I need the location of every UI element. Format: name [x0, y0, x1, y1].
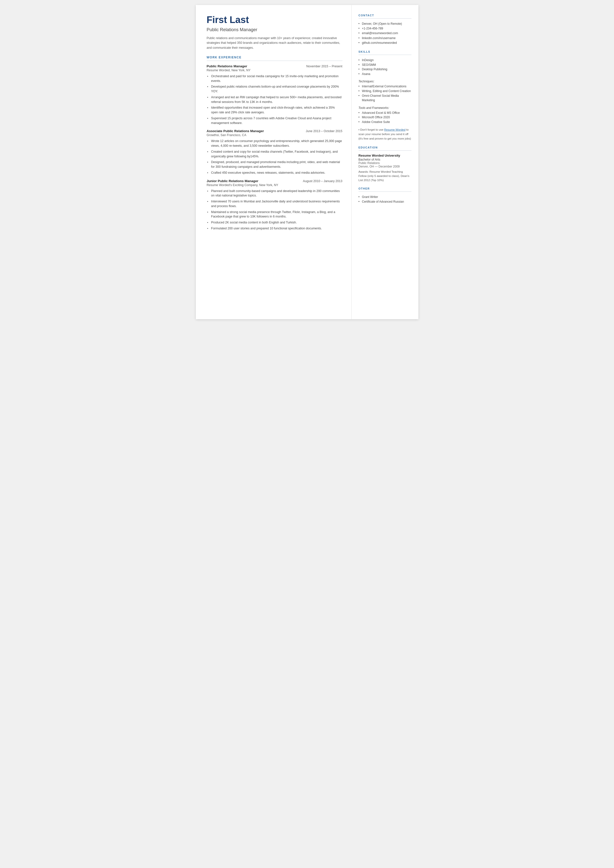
list-item: Writing, Editing and Content Creation: [358, 89, 411, 93]
list-item: Orchestrated and paid for social media c…: [207, 74, 343, 83]
other-list: Grant Writer Certificate of Advanced Rus…: [358, 195, 411, 204]
list-item: SEO/SMM: [358, 63, 411, 67]
work-experience-heading: WORK EXPERIENCE: [207, 56, 343, 59]
contact-heading: CONTACT: [358, 14, 411, 17]
job-1-bullets: Orchestrated and paid for social media c…: [207, 74, 343, 126]
list-item: github.com/resumeworded: [358, 40, 411, 45]
job-2-dates: June 2013 – October 2015: [305, 129, 342, 133]
list-item: Developed public relations channels bott…: [207, 84, 343, 94]
list-item: Wrote 12 articles on consumer psychology…: [207, 139, 343, 148]
list-item: Adobe Creative Suite: [358, 120, 411, 124]
list-item: Certificate of Advanced Russian: [358, 199, 411, 204]
job-2-title: Associate Public Relations Manager: [207, 129, 264, 133]
job-1-title: Public Relations Manager: [207, 64, 247, 68]
list-item: Created content and copy for social medi…: [207, 149, 343, 159]
list-item: Desktop Publishing: [358, 67, 411, 72]
other-heading: OTHER: [358, 187, 411, 190]
list-item: Produced 2K social media content in both…: [207, 220, 343, 225]
list-item: email@resumeworded.com: [358, 31, 411, 36]
job-3-title: Junior Public Relations Manager: [207, 179, 258, 183]
job-2-bullets: Wrote 12 articles on consumer psychology…: [207, 139, 343, 175]
techniques-group: Techniques: Internal/External Communicat…: [358, 80, 411, 102]
edu-awards: Awards: Resume Worded Teaching Fellow (o…: [358, 170, 411, 183]
list-item: Crafted 450 executive speeches, news rel…: [207, 171, 343, 175]
other-divider: [358, 191, 411, 192]
contact-divider: [358, 18, 411, 19]
work-experience-divider: [207, 61, 343, 61]
techniques-label: Techniques:: [358, 80, 411, 83]
job-1-dates: November 2015 – Present: [306, 65, 343, 68]
list-item: +1-234-456-789: [358, 26, 411, 31]
list-item: Planned and built community-based campai…: [207, 189, 343, 198]
list-item: Microsoft Office 2020: [358, 115, 411, 120]
job-2-header: Associate Public Relations Manager June …: [207, 129, 343, 133]
candidate-title: Public Relations Manager: [207, 27, 343, 33]
right-column: CONTACT Denver, OH (Open to Remote) +1-2…: [352, 5, 419, 319]
job-3-bullets: Planned and built community-based campai…: [207, 189, 343, 231]
list-item: Advanced Excel & MS Office: [358, 110, 411, 115]
resume-page: First Last Public Relations Manager Publ…: [196, 5, 419, 319]
education-heading: EDUCATION: [358, 146, 411, 149]
candidate-summary: Public relations and communications mana…: [207, 36, 343, 50]
edu-field: Public Relations: [358, 161, 411, 165]
edu-location-date: Denver, OH — December 2009: [358, 165, 411, 168]
skills-heading: SKILLS: [358, 50, 411, 53]
list-item: Grant Writer: [358, 195, 411, 199]
edu-degree: Bachelor of Arts: [358, 158, 411, 161]
skills-core-group: InDesign SEO/SMM Desktop Publishing Asan…: [358, 58, 411, 76]
job-3-company: Resume Worded's Exciting Company, New Yo…: [207, 183, 343, 187]
candidate-name: First Last: [207, 15, 343, 25]
tools-label: Tools and Frameworks:: [358, 106, 411, 110]
edu-name: Resume Worded University: [358, 154, 411, 157]
list-item: InDesign: [358, 58, 411, 63]
list-item: Formulated 200 user stories and prepared…: [207, 226, 343, 231]
tools-list: Advanced Excel & MS Office Microsoft Off…: [358, 110, 411, 124]
resume-worded-link[interactable]: Resume Worded: [384, 128, 406, 131]
list-item: Arranged and led an RW campaign that hel…: [207, 95, 343, 104]
job-2-company: Growthsi, San Francisco, CA: [207, 134, 343, 137]
list-item: Identified opportunities that increased …: [207, 106, 343, 115]
list-item: Interviewed 70 users in Mumbai and Jacks…: [207, 199, 343, 209]
tools-group: Tools and Frameworks: Advanced Excel & M…: [358, 106, 411, 124]
left-column: First Last Public Relations Manager Publ…: [196, 5, 352, 319]
resume-worded-note: • Don't forget to use Resume Worded to s…: [358, 128, 411, 141]
list-item: Omni-Channel Social Media Marketing: [358, 93, 411, 103]
job-3-header: Junior Public Relations Manager August 2…: [207, 179, 343, 183]
techniques-list: Internal/External Communications Writing…: [358, 84, 411, 102]
job-1-header: Public Relations Manager November 2015 –…: [207, 64, 343, 68]
list-item: linkedin.com/in/username: [358, 36, 411, 40]
job-3-dates: August 2010 – January 2013: [303, 179, 343, 183]
skills-core-list: InDesign SEO/SMM Desktop Publishing Asan…: [358, 58, 411, 76]
list-item: Denver, OH (Open to Remote): [358, 22, 411, 26]
list-item: Designed, produced, and managed promotio…: [207, 160, 343, 169]
list-item: Asana: [358, 72, 411, 76]
job-1-company: Resume Worded, New York, NY: [207, 68, 343, 72]
list-item: Internal/External Communications: [358, 84, 411, 89]
list-item: Maintained a strong social media presenc…: [207, 210, 343, 219]
contact-list: Denver, OH (Open to Remote) +1-234-456-7…: [358, 22, 411, 45]
list-item: Supervised 15 projects across 7 countrie…: [207, 116, 343, 126]
